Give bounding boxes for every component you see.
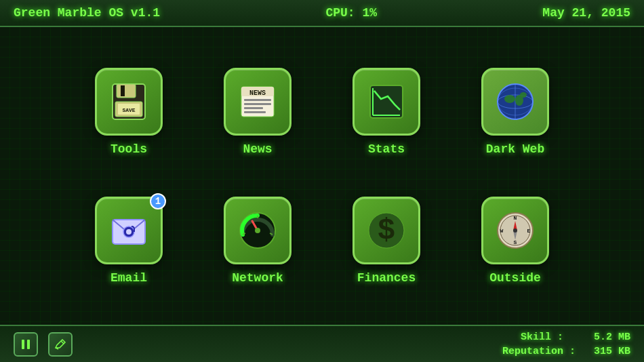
footer-stats: Skill : 5.2 MB Reputation : 315 KB: [502, 330, 630, 359]
svg-point-22: [520, 92, 527, 98]
svg-text:S: S: [514, 239, 517, 245]
tools-icon-box[interactable]: SAVE: [95, 68, 163, 136]
svg-line-45: [61, 341, 64, 344]
footer-controls: [14, 332, 73, 357]
app-news[interactable]: NEWS News: [224, 68, 291, 156]
stats-icon-box[interactable]: [353, 68, 420, 136]
tools-label: Tools: [110, 142, 147, 156]
news-icon: NEWS: [236, 80, 279, 123]
email-icon: [107, 209, 150, 252]
app-finances[interactable]: $ Finances: [353, 197, 420, 285]
skill-label: Skill :: [521, 331, 563, 343]
svg-point-28: [255, 228, 260, 233]
pencil-icon: [54, 338, 67, 351]
finances-icon: $: [365, 209, 408, 252]
app-grid: SAVE Tools NEWS News: [68, 51, 576, 302]
cpu-status: CPU: 1%: [325, 6, 377, 20]
skill-stat: Skill : 5.2 MB: [502, 330, 630, 344]
app-tools[interactable]: SAVE Tools: [95, 68, 163, 156]
svg-rect-12: [244, 111, 266, 113]
svg-rect-44: [27, 340, 30, 349]
svg-point-20: [504, 95, 515, 103]
stats-label: Stats: [368, 142, 405, 156]
edit-button[interactable]: [48, 332, 73, 357]
darkweb-icon-box[interactable]: [481, 68, 549, 136]
darkweb-label: Dark Web: [486, 142, 544, 156]
app-title: Green Marble OS v1.1: [14, 6, 160, 20]
svg-text:E: E: [527, 228, 531, 234]
app-outside[interactable]: N S E W Outside: [481, 197, 549, 285]
svg-rect-43: [22, 340, 24, 349]
pause-button[interactable]: [14, 332, 38, 357]
main-content: SAVE Tools NEWS News: [0, 27, 644, 325]
network-icon-box[interactable]: [224, 197, 291, 264]
stats-icon: [365, 80, 408, 123]
network-icon: [236, 209, 279, 252]
header-bar: Green Marble OS v1.1 CPU: 1% May 21, 201…: [0, 0, 644, 27]
svg-point-25: [126, 229, 132, 235]
skill-value: 5.2 MB: [594, 331, 630, 343]
svg-text:W: W: [500, 228, 504, 234]
svg-rect-11: [244, 107, 263, 109]
svg-rect-9: [244, 99, 271, 101]
reputation-label: Reputation :: [502, 346, 576, 357]
floppy-icon: SAVE: [107, 80, 150, 123]
reputation-stat: Reputation : 315 KB: [502, 344, 630, 359]
pause-icon: [19, 338, 33, 351]
app-network[interactable]: Network: [224, 197, 291, 285]
svg-rect-1: [117, 84, 136, 98]
svg-text:N: N: [514, 215, 517, 221]
outside-label: Outside: [489, 271, 541, 285]
app-email[interactable]: 1 Email: [95, 197, 163, 285]
outside-icon-box[interactable]: N S E W: [481, 197, 549, 264]
network-label: Network: [232, 271, 283, 285]
footer-bar: Skill : 5.2 MB Reputation : 315 KB: [0, 325, 644, 362]
email-label: Email: [110, 271, 147, 285]
compass-icon: N S E W: [494, 209, 537, 252]
app-darkweb[interactable]: Dark Web: [481, 68, 549, 156]
globe-icon: [494, 80, 537, 123]
svg-rect-2: [121, 85, 125, 96]
news-label: News: [243, 142, 272, 156]
email-badge: 1: [150, 193, 166, 209]
finances-label: Finances: [357, 271, 416, 285]
svg-rect-10: [244, 103, 271, 105]
email-icon-box[interactable]: 1: [95, 197, 163, 264]
reputation-value: 315 KB: [594, 346, 630, 357]
svg-text:NEWS: NEWS: [249, 89, 266, 97]
app-stats[interactable]: Stats: [353, 68, 420, 156]
svg-text:$: $: [378, 214, 395, 247]
finances-icon-box[interactable]: $: [353, 197, 420, 264]
svg-point-42: [513, 228, 517, 233]
date-display: May 21, 2015: [542, 6, 630, 20]
news-icon-box[interactable]: NEWS: [224, 68, 291, 136]
svg-text:SAVE: SAVE: [122, 107, 135, 113]
